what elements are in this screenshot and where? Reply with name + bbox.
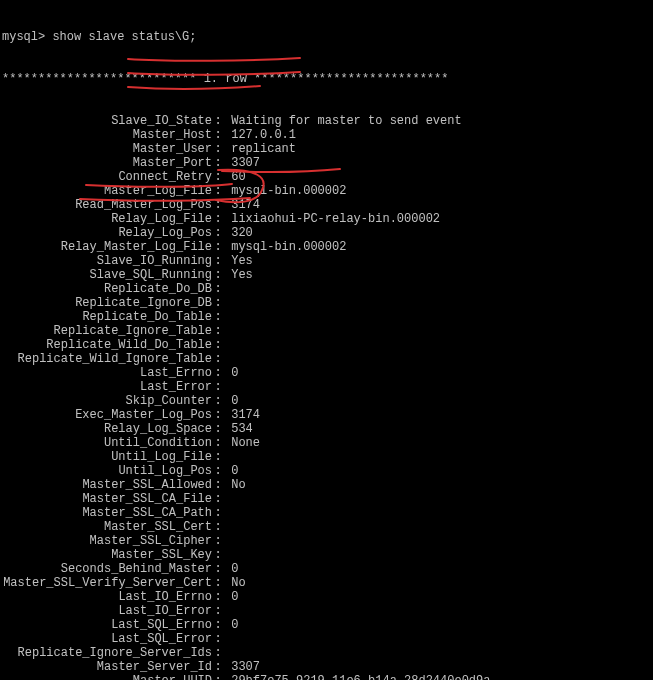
status-value <box>224 282 231 296</box>
colon-separator: : <box>212 548 224 562</box>
colon-separator: : <box>212 380 224 394</box>
status-row: Replicate_Do_DB: <box>2 282 653 296</box>
status-label: Skip_Counter <box>2 394 212 408</box>
colon-separator: : <box>212 646 224 660</box>
status-row: Relay_Log_Space: 534 <box>2 422 653 436</box>
colon-separator: : <box>212 198 224 212</box>
status-row: Master_Server_Id: 3307 <box>2 660 653 674</box>
status-value: 0 <box>224 464 238 478</box>
status-value <box>224 338 231 352</box>
status-value: 3174 <box>224 408 260 422</box>
status-value <box>224 492 231 506</box>
status-label: Exec_Master_Log_Pos <box>2 408 212 422</box>
colon-separator: : <box>212 170 224 184</box>
status-row: Slave_SQL_Running: Yes <box>2 268 653 282</box>
status-label: Replicate_Do_DB <box>2 282 212 296</box>
status-row: Relay_Log_File: lixiaohui-PC-relay-bin.0… <box>2 212 653 226</box>
status-value <box>224 520 231 534</box>
status-value: 320 <box>224 226 253 240</box>
colon-separator: : <box>212 324 224 338</box>
status-value: mysql-bin.000002 <box>224 240 346 254</box>
status-row: Skip_Counter: 0 <box>2 394 653 408</box>
status-value: 0 <box>224 394 238 408</box>
status-value: 3307 <box>224 156 260 170</box>
status-value: 0 <box>224 618 238 632</box>
status-label: Master_SSL_Allowed <box>2 478 212 492</box>
status-rows: Slave_IO_State: Waiting for master to se… <box>2 114 653 680</box>
colon-separator: : <box>212 156 224 170</box>
status-value: Waiting for master to send event <box>224 114 462 128</box>
status-row: Replicate_Ignore_Server_Ids: <box>2 646 653 660</box>
status-value <box>224 632 231 646</box>
status-value: 0 <box>224 562 238 576</box>
colon-separator: : <box>212 562 224 576</box>
annotation-underline-master-host <box>128 58 300 61</box>
status-label: Master_SSL_CA_Path <box>2 506 212 520</box>
colon-separator: : <box>212 492 224 506</box>
colon-separator: : <box>212 450 224 464</box>
colon-separator: : <box>212 226 224 240</box>
colon-separator: : <box>212 576 224 590</box>
colon-separator: : <box>212 310 224 324</box>
status-label: Seconds_Behind_Master <box>2 562 212 576</box>
status-label: Until_Condition <box>2 436 212 450</box>
colon-separator: : <box>212 268 224 282</box>
status-row: Last_IO_Error: <box>2 604 653 618</box>
status-value: replicant <box>224 142 296 156</box>
status-value: 60 <box>224 170 246 184</box>
mysql-prompt-line: mysql> show slave status\G; <box>2 30 653 44</box>
status-row: Relay_Log_Pos: 320 <box>2 226 653 240</box>
status-value: 0 <box>224 366 238 380</box>
status-value: 3174 <box>224 198 260 212</box>
status-label: Last_Error <box>2 380 212 394</box>
status-label: Master_SSL_Key <box>2 548 212 562</box>
colon-separator: : <box>212 352 224 366</box>
status-value <box>224 296 231 310</box>
status-value: 127.0.0.1 <box>224 128 296 142</box>
status-value <box>224 548 231 562</box>
colon-separator: : <box>212 590 224 604</box>
status-label: Master_Server_Id <box>2 660 212 674</box>
status-row: Master_SSL_Allowed: No <box>2 478 653 492</box>
status-value: 0 <box>224 590 238 604</box>
status-row: Replicate_Wild_Ignore_Table: <box>2 352 653 366</box>
status-value <box>224 352 231 366</box>
status-label: Replicate_Ignore_DB <box>2 296 212 310</box>
status-label: Master_SSL_Cert <box>2 520 212 534</box>
status-label: Replicate_Ignore_Table <box>2 324 212 338</box>
status-row: Master_User: replicant <box>2 142 653 156</box>
status-row: Read_Master_Log_Pos: 3174 <box>2 198 653 212</box>
colon-separator: : <box>212 506 224 520</box>
status-value: 3307 <box>224 660 260 674</box>
status-row: Master_SSL_Verify_Server_Cert: No <box>2 576 653 590</box>
colon-separator: : <box>212 296 224 310</box>
colon-separator: : <box>212 478 224 492</box>
status-row: Slave_IO_State: Waiting for master to se… <box>2 114 653 128</box>
status-row: Replicate_Ignore_DB: <box>2 296 653 310</box>
status-row: Master_SSL_Key: <box>2 548 653 562</box>
terminal-output: mysql> show slave status\G; ************… <box>0 0 653 680</box>
row-header: *************************** 1. row *****… <box>2 72 653 86</box>
status-row: Master_UUID: 29bf7e75-9219-11e6-b14a-28d… <box>2 674 653 680</box>
status-value: 534 <box>224 422 253 436</box>
colon-separator: : <box>212 436 224 450</box>
status-label: Master_SSL_Verify_Server_Cert <box>2 576 212 590</box>
status-row: Last_SQL_Errno: 0 <box>2 618 653 632</box>
status-label: Last_Errno <box>2 366 212 380</box>
status-row: Until_Condition: None <box>2 436 653 450</box>
colon-separator: : <box>212 394 224 408</box>
status-label: Read_Master_Log_Pos <box>2 198 212 212</box>
colon-separator: : <box>212 408 224 422</box>
status-row: Replicate_Do_Table: <box>2 310 653 324</box>
colon-separator: : <box>212 240 224 254</box>
status-label: Last_SQL_Errno <box>2 618 212 632</box>
status-label: Replicate_Do_Table <box>2 310 212 324</box>
status-value: No <box>224 576 246 590</box>
status-row: Replicate_Ignore_Table: <box>2 324 653 338</box>
colon-separator: : <box>212 422 224 436</box>
status-row: Replicate_Wild_Do_Table: <box>2 338 653 352</box>
status-value: Yes <box>224 268 253 282</box>
colon-separator: : <box>212 604 224 618</box>
status-value <box>224 604 231 618</box>
colon-separator: : <box>212 674 224 680</box>
